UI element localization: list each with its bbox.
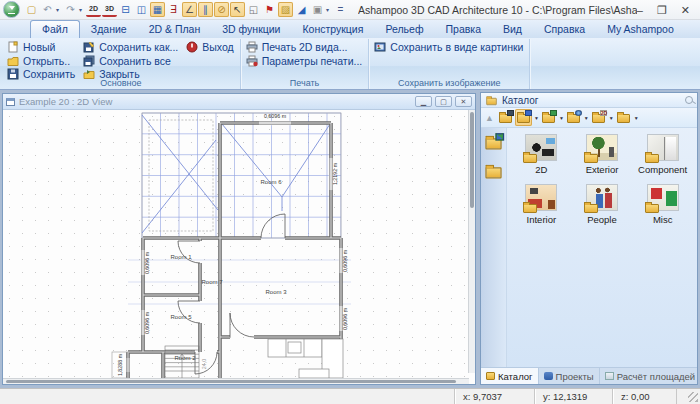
groups-dropdown-icon[interactable]: ▼ — [534, 115, 539, 121]
printer-icon — [246, 41, 258, 53]
catalog-item-label: Exterior — [572, 164, 633, 175]
save-as-picture-button[interactable]: Сохранить в виде картинки — [374, 41, 523, 54]
texture-icon[interactable]: ▨ — [278, 2, 293, 17]
document-restore-icon[interactable]: ▢ — [435, 96, 452, 107]
ribbon-tab-6[interactable]: Правка — [435, 21, 492, 38]
folder-overlay-icon — [523, 204, 537, 213]
select-icon[interactable]: ↖ — [230, 2, 245, 17]
catalog-item-2d[interactable]: 2D — [511, 134, 572, 175]
undo-icon[interactable]: ↶ — [40, 2, 55, 17]
print-2d-button[interactable]: Печать 2D вида... — [246, 41, 363, 54]
ribbon-tab-8[interactable]: Справка — [533, 21, 596, 38]
catalog-tab-2[interactable]: Расчёт площадей — [600, 368, 700, 384]
strip-folder-button[interactable] — [483, 161, 504, 182]
paste-dropdown-icon[interactable]: ▾ — [326, 6, 332, 13]
ribbon-tab-0[interactable]: Файл — [30, 20, 80, 38]
ribbon-tab-7[interactable]: Вид — [492, 21, 533, 38]
ribbon-tab-3[interactable]: 3D функции — [211, 21, 291, 38]
ribbon-tab-row: ФайлЗдание2D & План3D функцииКонструкция… — [0, 20, 700, 38]
guides-icon[interactable]: ∥ — [198, 2, 213, 17]
document-titlebar[interactable]: Example 20 : 2D View ▁ ▢ ✕ — [3, 94, 475, 110]
catalog-item-people[interactable]: People — [572, 184, 633, 225]
catalog-panel: Каталог ▲ ▼ ▼ ▼ 2D▼ ▼ 2D — [480, 92, 698, 385]
flag-icon[interactable]: ⚑ — [262, 2, 277, 17]
vertical-scrollbar[interactable] — [468, 110, 475, 373]
catalog-item-exterior[interactable]: Exterior — [572, 134, 633, 175]
exit-icon — [186, 41, 198, 53]
objects-chip-icon — [507, 110, 514, 116]
minimize-icon[interactable]: – — [637, 1, 643, 19]
catalog-item-component[interactable]: Component — [632, 134, 693, 175]
plants-dropdown-icon[interactable]: ▼ — [559, 115, 564, 121]
grid-icon[interactable]: ▦ — [150, 2, 165, 17]
room-label: Room 6 — [260, 179, 282, 185]
catalog-2d-button[interactable]: 2D — [590, 109, 607, 126]
save-all-icon — [83, 55, 95, 67]
close-icon[interactable]: ✕ — [681, 1, 690, 19]
catalog-tab-1[interactable]: Проекты — [539, 368, 600, 384]
drawing-canvas[interactable]: Room 6 Room 1 Room 7 Room 3 Room 5 Room … — [3, 110, 475, 379]
plain-folder-dropdown-icon[interactable]: ▼ — [634, 115, 639, 121]
ribbon-tab-2[interactable]: 2D & План — [138, 21, 212, 38]
horizontal-scrollbar[interactable] — [3, 378, 469, 384]
open-button[interactable]: Открыть.. — [7, 55, 75, 68]
print-settings-button[interactable]: Параметры печати... — [246, 55, 363, 68]
room-label: Room 7 — [201, 279, 223, 285]
view-2d-icon[interactable]: 2D — [86, 2, 101, 17]
exit-button[interactable]: Выход — [186, 41, 233, 54]
coordinate-z: z: 0,00 — [612, 389, 676, 404]
paste-icon[interactable]: ▣ — [310, 2, 325, 17]
undo-dropdown-icon[interactable]: ▾ — [56, 6, 62, 13]
catalog-plain-folder-button[interactable] — [615, 109, 632, 126]
document-close-icon[interactable]: ✕ — [455, 96, 472, 107]
roof-icon[interactable]: ◢ — [294, 2, 309, 17]
resize-grip[interactable] — [676, 389, 700, 404]
catalog-item-interior[interactable]: Interior — [511, 184, 572, 225]
document-minimize-icon[interactable]: ▁ — [415, 96, 432, 107]
window-controls: – ❐ ✕ — [637, 1, 690, 19]
split-vertical-icon[interactable]: ◫ — [134, 2, 149, 17]
vertical-scrollbar-thumb[interactable] — [470, 112, 474, 208]
room-label: Room 2 — [174, 355, 196, 361]
measure-icon[interactable]: ∠ — [182, 2, 197, 17]
strip-catalog-root-button[interactable] — [483, 132, 504, 153]
view-3d-icon[interactable]: 3D — [102, 2, 117, 17]
ribbon-tab-4[interactable]: Конструкция — [291, 21, 374, 38]
application-menu-orb[interactable] — [3, 1, 20, 18]
section-icon[interactable]: ⊘ — [214, 2, 229, 17]
new-2d-view-icon[interactable]: ▢ — [24, 2, 39, 17]
split-horizontal-icon[interactable]: ⊟ — [118, 2, 133, 17]
picture-icon — [374, 41, 386, 53]
catalog-objects-button[interactable] — [497, 109, 514, 126]
ribbon-tab-1[interactable]: Здание — [80, 21, 138, 38]
floor-plan: Room 6 Room 1 Room 7 Room 3 Room 5 Room … — [3, 110, 469, 379]
catalog-plants-button[interactable] — [540, 109, 557, 126]
web-dropdown-icon[interactable]: ▼ — [584, 115, 589, 121]
catalog-tab-bar: КаталогПроектыРасчёт площадейРасчёты — [481, 367, 697, 384]
redo-icon[interactable]: ↷ — [63, 2, 78, 17]
save-all-button[interactable]: Сохранить все — [83, 55, 178, 68]
catalog-groups-button[interactable] — [515, 109, 532, 126]
redo-dropdown-icon[interactable]: ▾ — [79, 6, 85, 13]
ribbon: Новый Открыть.. Сохранить Сохранить как.… — [0, 38, 700, 90]
new-button[interactable]: Новый — [7, 41, 75, 54]
document-window: Example 20 : 2D View ▁ ▢ ✕ — [2, 93, 476, 385]
copy-view-icon[interactable]: ◱ — [246, 2, 261, 17]
save-as-button[interactable]: Сохранить как... — [83, 41, 178, 54]
pin-icon[interactable] — [685, 96, 693, 104]
ribbon-tab-9[interactable]: My Ashampoo — [596, 21, 685, 38]
ribbon-tab-5[interactable]: Рельеф — [374, 21, 434, 38]
dimension-label: 0,6096 m — [144, 251, 150, 274]
catalog-item-misc[interactable]: Misc — [632, 184, 693, 225]
catalog-item-label: People — [572, 214, 633, 225]
catalog-tab-0[interactable]: Каталог — [481, 368, 539, 384]
folder-overlay-icon — [584, 154, 598, 163]
restore-icon[interactable]: ❐ — [657, 1, 667, 19]
folder-up-button[interactable]: ▲ — [483, 109, 496, 126]
status-message-area — [0, 389, 454, 404]
2d-dropdown-icon[interactable]: ▼ — [609, 115, 614, 121]
qat-overflow-icon[interactable]: = — [333, 2, 348, 17]
horizontal-scrollbar-thumb[interactable] — [6, 380, 456, 383]
catalog-web-button[interactable] — [565, 109, 582, 126]
snap-icon[interactable]: Ǝ — [166, 2, 181, 17]
